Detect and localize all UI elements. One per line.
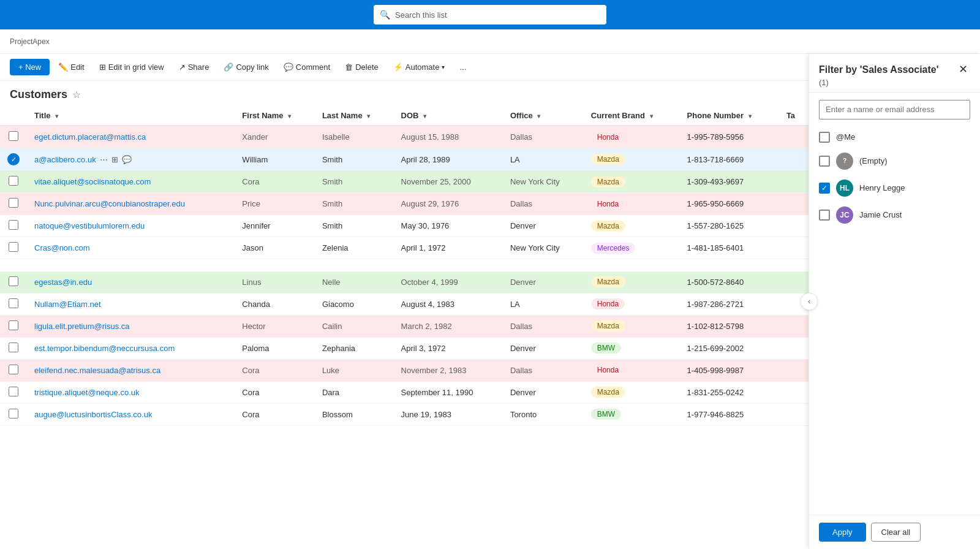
- row-last: Zephania: [315, 337, 394, 359]
- filter-option-henry[interactable]: ✓HLHenry Legge: [819, 175, 970, 202]
- title-link[interactable]: eleifend.nec.malesuada@atrisus.ca: [34, 366, 160, 375]
- row-select-checkbox[interactable]: [9, 176, 18, 186]
- automate-icon: ⚡: [393, 62, 403, 72]
- title-link[interactable]: egestas@in.edu: [34, 278, 92, 287]
- row-select-checkbox[interactable]: [9, 298, 18, 308]
- filter-option-jamie[interactable]: JCJamie Crust: [819, 202, 970, 229]
- row-checked-indicator[interactable]: ✓: [7, 153, 20, 165]
- title-link[interactable]: natoque@vestibulumlorem.edu: [34, 221, 145, 230]
- row-ta: [779, 171, 809, 193]
- col-ta[interactable]: Ta: [779, 106, 809, 126]
- col-title[interactable]: Title ▾: [27, 106, 235, 126]
- list-title: Customers: [10, 88, 67, 101]
- title-link[interactable]: Cras@non.com: [34, 243, 90, 252]
- title-link[interactable]: Nunc.pulvinar.arcu@conubianostraper.edu: [34, 199, 185, 208]
- filter-title: Filter by 'Sales Associate': [819, 64, 939, 77]
- title-link[interactable]: eget.dictum.placerat@mattis.ca: [34, 132, 146, 142]
- row-dob: April 1, 1972: [394, 237, 503, 259]
- delete-button[interactable]: 🗑 Delete: [339, 59, 385, 75]
- col-current-brand[interactable]: Current Brand ▾: [584, 106, 680, 126]
- row-comment-icon[interactable]: 💬: [122, 155, 132, 164]
- comment-button[interactable]: 💬 Comment: [277, 59, 336, 75]
- automate-button[interactable]: ⚡ Automate ▾: [387, 59, 451, 75]
- filter-panel: ‹ Filter by 'Sales Associate' (1) ✕ @Me?…: [809, 54, 980, 549]
- row-share-icon[interactable]: ⊞: [111, 155, 118, 164]
- row-more-icon[interactable]: ⋯: [100, 155, 108, 164]
- title-link[interactable]: vitae.aliquet@sociisnatoque.com: [34, 177, 151, 186]
- row-select-checkbox[interactable]: [9, 343, 18, 352]
- row-brand: Mazda: [584, 148, 680, 171]
- header-checkbox-cell: [0, 106, 27, 126]
- filter-option-empty[interactable]: ?(Empty): [819, 148, 970, 175]
- close-filter-button[interactable]: ✕: [956, 64, 970, 75]
- row-brand: BMW: [584, 337, 680, 359]
- col-dob[interactable]: DOB ▾: [394, 106, 503, 126]
- filter-search-input[interactable]: [819, 100, 970, 119]
- title-link[interactable]: a@aclibero.co.uk: [34, 155, 96, 164]
- row-dob: March 2, 1982: [394, 315, 503, 337]
- row-last: Giacomo: [315, 293, 394, 315]
- row-brand: Mazda: [584, 171, 680, 193]
- title-link[interactable]: ligula.elit.pretium@risus.ca: [34, 322, 130, 331]
- title-link[interactable]: tristique.aliquet@neque.co.uk: [34, 388, 139, 397]
- col-first-name[interactable]: First Name ▾: [235, 106, 315, 126]
- search-bar[interactable]: 🔍 Search this list: [374, 5, 606, 25]
- clear-all-button[interactable]: Clear all: [871, 523, 921, 542]
- row-select-checkbox[interactable]: [9, 365, 18, 374]
- brand-badge: Mazda: [591, 387, 625, 398]
- row-last: Smith: [315, 193, 394, 215]
- filter-checkbox[interactable]: ✓: [819, 183, 830, 194]
- filter-checkbox[interactable]: [819, 156, 830, 167]
- row-select-checkbox[interactable]: [9, 276, 18, 286]
- row-select-checkbox[interactable]: [9, 198, 18, 208]
- row-office: LA: [503, 293, 584, 315]
- row-select-checkbox[interactable]: [9, 220, 18, 230]
- share-button[interactable]: ↗ Share: [173, 59, 216, 75]
- star-icon[interactable]: ☆: [72, 89, 81, 100]
- row-phone: 1-481-185-6401: [680, 237, 779, 259]
- row-brand: Mercedes: [584, 237, 680, 259]
- filter-option-label: Henry Legge: [859, 183, 905, 192]
- new-button[interactable]: + New: [10, 59, 50, 75]
- title-link[interactable]: augue@luctusinbortisClass.co.uk: [34, 410, 152, 419]
- copy-link-button[interactable]: 🔗 Copy link: [217, 59, 274, 75]
- row-first: Cora: [235, 359, 315, 381]
- filter-footer: Apply Clear all: [809, 515, 980, 549]
- filter-checkbox[interactable]: [819, 210, 830, 221]
- table-row: ✓ a@aclibero.co.uk ⋯ ⊞ 💬 WilliamSmithApr…: [0, 148, 809, 171]
- filter-option-me[interactable]: @Me: [819, 127, 970, 148]
- row-first: Price: [235, 193, 315, 215]
- collapse-panel-button[interactable]: ‹: [801, 293, 818, 310]
- row-select-checkbox[interactable]: [9, 242, 18, 252]
- col-phone-number[interactable]: Phone Number ▾: [680, 106, 779, 126]
- brand-badge: Honda: [591, 199, 625, 210]
- table-row: tristique.aliquet@neque.co.ukCoraDaraSep…: [0, 381, 809, 403]
- row-first: Hector: [235, 315, 315, 337]
- row-ta: [779, 193, 809, 215]
- row-select-checkbox[interactable]: [9, 320, 18, 330]
- row-brand: Honda: [584, 126, 680, 148]
- filter-checkbox[interactable]: [819, 132, 830, 143]
- brand-badge: Honda: [591, 298, 625, 309]
- row-title: Cras@non.com: [27, 237, 235, 259]
- row-first: Jennifer: [235, 215, 315, 237]
- row-brand: BMW: [584, 403, 680, 425]
- more-button[interactable]: ...: [453, 59, 472, 75]
- row-first: Cora: [235, 171, 315, 193]
- row-select-checkbox[interactable]: [9, 387, 18, 396]
- col-last-name[interactable]: Last Name ▾: [315, 106, 394, 126]
- edit-grid-button[interactable]: ⊞ Edit in grid view: [93, 59, 170, 75]
- col-office[interactable]: Office ▾: [503, 106, 584, 126]
- edit-button[interactable]: ✏️ Edit: [52, 59, 90, 75]
- row-checkbox-cell: [0, 193, 27, 215]
- title-link[interactable]: est.tempor.bibendum@neccursusa.com: [34, 344, 175, 353]
- row-brand: Mazda: [584, 271, 680, 293]
- apply-button[interactable]: Apply: [819, 523, 866, 542]
- row-select-checkbox[interactable]: [9, 131, 18, 141]
- row-checkbox-cell: [0, 403, 27, 425]
- row-select-checkbox[interactable]: [9, 409, 18, 418]
- title-link[interactable]: Nullam@Etiam.net: [34, 300, 101, 309]
- row-dob: August 29, 1976: [394, 193, 503, 215]
- row-brand: Mazda: [584, 381, 680, 403]
- row-last: Cailin: [315, 315, 394, 337]
